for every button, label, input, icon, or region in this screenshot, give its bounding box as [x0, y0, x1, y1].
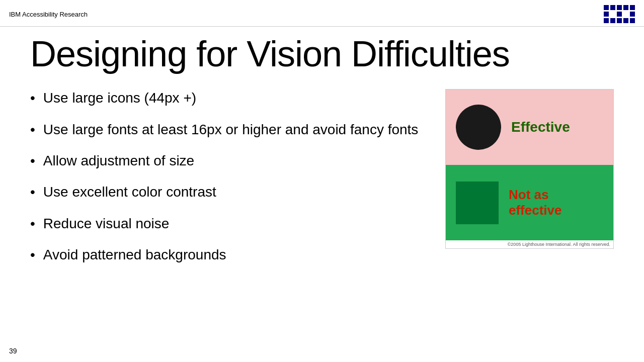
bullet-dot: • — [30, 246, 35, 264]
content-area: • Use large icons (44px +) • Use large f… — [30, 89, 614, 277]
illus-black-circle — [456, 105, 501, 150]
list-item: • Use excellent color contrast — [30, 183, 425, 201]
bullet-text: Allow adjustment of size — [43, 152, 194, 170]
list-item: • Use large icons (44px +) — [30, 89, 425, 107]
illustration-copyright: ©2005 Lighthouse International. All righ… — [446, 240, 613, 248]
bullet-text: Use large icons (44px +) — [43, 89, 196, 107]
ibm-logo — [604, 5, 635, 23]
illus-not-effective-label: Not as effective — [509, 187, 603, 218]
bullet-text: Reduce visual noise — [43, 215, 170, 233]
slide-number: 39 — [9, 347, 17, 355]
illus-effective-label: Effective — [511, 119, 570, 136]
contrast-illustration: Effective Not as effective ©2005 Lightho… — [445, 89, 614, 249]
list-item: • Allow adjustment of size — [30, 152, 425, 170]
bullet-list: • Use large icons (44px +) • Use large f… — [30, 89, 425, 277]
bullet-dot: • — [30, 121, 35, 139]
bullet-text: Use large fonts at least 16px or higher … — [43, 121, 419, 139]
slide-content: Designing for Vision Difficulties • Use … — [0, 27, 644, 283]
bullet-dot: • — [30, 152, 35, 170]
list-item: • Reduce visual noise — [30, 215, 425, 233]
bullet-text: Avoid patterned backgrounds — [43, 246, 226, 264]
bullet-text: Use excellent color contrast — [43, 183, 216, 201]
list-item: • Use large fonts at least 16px or highe… — [30, 121, 425, 139]
bullet-dot: • — [30, 89, 35, 107]
illus-dark-square — [456, 182, 499, 224]
header-title: IBM Accessibility Research — [9, 11, 88, 18]
list-item: • Avoid patterned backgrounds — [30, 246, 425, 264]
illus-effective-panel: Effective — [446, 89, 613, 165]
slide-title: Designing for Vision Difficulties — [30, 34, 614, 74]
bullet-dot: • — [30, 215, 35, 233]
bullet-dot: • — [30, 183, 35, 201]
illus-not-effective-panel: Not as effective — [446, 165, 613, 240]
slide-header: IBM Accessibility Research — [0, 0, 644, 27]
